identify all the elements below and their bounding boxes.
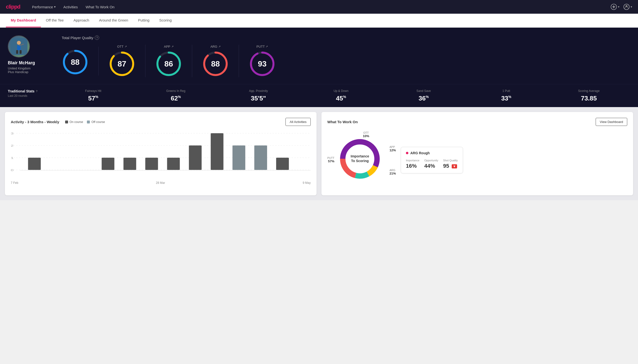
nav-activities[interactable]: Activities <box>63 4 78 10</box>
stat-greens-in-reg: Greens In Reg 62% <box>134 89 217 102</box>
svg-rect-35 <box>211 133 224 170</box>
legend-on-course: On course <box>65 120 83 124</box>
all-activities-button[interactable]: All Activities <box>285 118 311 126</box>
svg-rect-30 <box>102 158 114 170</box>
legend-dot-on-course <box>65 120 68 124</box>
what-to-work-on-card: What To Work On View Dashboard PUTT 57% … <box>321 112 633 195</box>
stat-scoring-average: Scoring Average 73.85 <box>548 89 630 102</box>
stat-up-and-down: Up & Down 45% <box>300 89 382 102</box>
stat-fairways-hit: Fairways Hit 57% <box>52 89 134 102</box>
tab-my-dashboard[interactable]: My Dashboard <box>6 14 41 28</box>
circle-arg: 88 <box>202 50 229 77</box>
score-value-putt: 93 <box>258 60 267 68</box>
info-stat-importance: Importance 16% <box>406 159 419 169</box>
activity-card: Activity - 3 Months - Weekly On course O… <box>5 112 317 195</box>
arrow-putt: ↗ <box>266 45 268 48</box>
circle-ott: 87 <box>108 50 135 77</box>
svg-text:2: 2 <box>11 144 14 147</box>
add-button[interactable]: ▾ <box>610 4 619 10</box>
arrow-ott: ↗ <box>125 45 127 48</box>
donut-chart-container: PUTT 57% OTT 10% APP 12% ARG <box>327 131 396 190</box>
bar-chart: 0 1 2 3 <box>11 131 311 180</box>
score-arg: ARG ↗ 88 <box>192 45 239 77</box>
chevron-down-icon-add: ▾ <box>618 5 619 8</box>
info-stat-opportunity: Opportunity 44% <box>424 159 438 169</box>
player-name: Blair McHarg <box>8 60 35 66</box>
tab-putting[interactable]: Putting <box>133 14 154 28</box>
score-value-arg: 88 <box>211 60 220 68</box>
info-dot-icon <box>406 152 408 154</box>
chevron-down-icon-user: ▾ <box>631 5 632 8</box>
score-ott-label: OTT ↗ <box>117 45 127 48</box>
circle-putt: 93 <box>249 50 276 77</box>
player-country: United Kingdom <box>8 66 31 70</box>
score-putt: PUTT ↗ 93 <box>239 45 285 77</box>
hero-section: Blair McHarg United Kingdom Plus Handica… <box>0 28 638 84</box>
activity-card-header: Activity - 3 Months - Weekly On course O… <box>11 118 311 126</box>
stat-app-proximity: App. Proximity 35'5" <box>217 89 300 102</box>
stats-grid: Fairways Hit 57% Greens In Reg 62% App. … <box>52 89 630 102</box>
user-button[interactable]: ▾ <box>623 4 632 10</box>
score-value-app: 86 <box>164 60 173 68</box>
bottom-section: Activity - 3 Months - Weekly On course O… <box>0 107 638 200</box>
svg-rect-7 <box>17 45 21 50</box>
stat-sand-save: Sand Save 36% <box>382 89 465 102</box>
help-icon[interactable]: ? <box>95 36 99 40</box>
label-arg: ARG 21% <box>389 169 396 175</box>
label-putt: PUTT 57% <box>327 156 334 163</box>
nav-what-to-work-on[interactable]: What To Work On <box>86 4 115 10</box>
tab-around-the-green[interactable]: Around the Green <box>94 14 133 28</box>
quality-label: Total Player Quality ? <box>62 36 630 40</box>
score-total: 88 <box>62 47 99 76</box>
svg-rect-37 <box>233 146 245 170</box>
tab-approach[interactable]: Approach <box>69 14 94 28</box>
shot-quality-badge: ▼ <box>452 164 457 168</box>
info-card-title: ARG Rough <box>406 151 458 155</box>
score-value-ott: 87 <box>118 60 126 68</box>
svg-rect-34 <box>189 146 202 170</box>
quality-section: Total Player Quality ? 88 <box>62 36 630 77</box>
arrow-app: ↗ <box>171 45 173 48</box>
info-stats: Importance 16% Opportunity 44% Shot Qual… <box>406 159 458 169</box>
score-ott: OTT ↗ 87 <box>99 45 145 77</box>
donut-with-labels: PUTT 57% OTT 10% APP 12% ARG <box>327 131 396 190</box>
avatar <box>8 36 30 58</box>
traditional-stats-section: Traditional Stats ? Last 20 rounds Fairw… <box>0 84 638 107</box>
info-card: ARG Rough Importance 16% Opportunity 44%… <box>401 147 463 173</box>
svg-rect-32 <box>145 158 158 170</box>
stats-subtitle: Last 20 rounds <box>8 94 52 98</box>
svg-text:0: 0 <box>11 169 14 172</box>
svg-rect-39 <box>254 146 267 170</box>
help-icon-stats[interactable]: ? <box>36 90 38 93</box>
tab-scoring[interactable]: Scoring <box>154 14 176 28</box>
svg-rect-31 <box>123 158 136 170</box>
legend-off-course: Off course <box>87 120 105 124</box>
svg-rect-29 <box>28 158 41 170</box>
circle-app: 86 <box>155 50 182 77</box>
label-app: APP 12% <box>389 146 396 152</box>
tab-bar: My Dashboard Off the Tee Approach Around… <box>0 14 638 28</box>
stats-title: Traditional Stats ? <box>8 89 52 93</box>
svg-text:1: 1 <box>11 156 14 160</box>
stats-label-col: Traditional Stats ? Last 20 rounds <box>8 89 52 98</box>
top-nav: clippd Performance ▾ Activities What To … <box>0 0 638 14</box>
score-value-total: 88 <box>71 58 80 66</box>
circle-total: 88 <box>62 49 89 76</box>
work-card-title: What To Work On <box>327 120 358 124</box>
view-dashboard-button[interactable]: View Dashboard <box>596 118 627 126</box>
svg-text:Importance: Importance <box>351 154 369 158</box>
player-section: Blair McHarg United Kingdom Plus Handica… <box>8 36 62 74</box>
svg-text:To Scoring: To Scoring <box>351 159 369 163</box>
legend-dot-off-course <box>87 120 90 124</box>
tab-off-the-tee[interactable]: Off the Tee <box>41 14 69 28</box>
score-arg-label: ARG ↗ <box>210 45 220 48</box>
stat-one-putt: 1 Putt 33% <box>465 89 547 102</box>
score-putt-label: PUTT ↗ <box>257 45 268 48</box>
svg-text:3: 3 <box>11 132 14 135</box>
nav-right: ▾ ▾ <box>610 4 632 10</box>
work-card-header: What To Work On View Dashboard <box>327 118 627 126</box>
work-content: PUTT 57% OTT 10% APP 12% ARG <box>327 131 627 190</box>
svg-point-6 <box>17 41 21 45</box>
nav-performance[interactable]: Performance ▾ <box>32 4 56 10</box>
chart-legend: On course Off course <box>65 120 105 124</box>
